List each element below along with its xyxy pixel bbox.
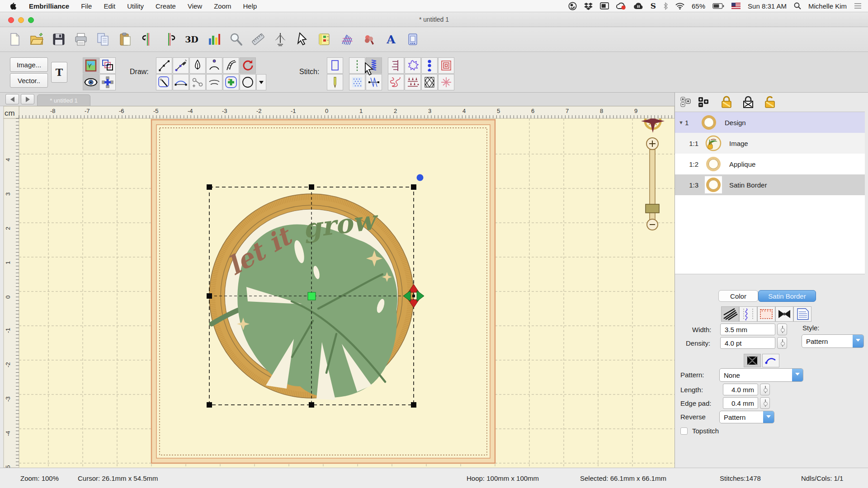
density-stepper[interactable] (777, 337, 787, 349)
show-stitches-toggle[interactable] (83, 74, 99, 90)
width-input[interactable]: 3.5 mm (720, 324, 775, 335)
draw-polyline-tool[interactable] (156, 57, 172, 74)
menu-user-name[interactable]: Michelle Kim (808, 2, 847, 10)
menu-edit[interactable]: Edit (104, 2, 115, 10)
show-vector-toggle[interactable] (99, 57, 116, 74)
length-stepper[interactable] (760, 384, 770, 395)
stitch-dot-fill-tool[interactable] (349, 74, 365, 90)
stitch-view-button[interactable] (338, 30, 356, 49)
satin-style-blanket-button[interactable] (793, 306, 811, 322)
obs-status-icon[interactable] (568, 2, 577, 10)
delete-lock-button[interactable] (740, 95, 756, 109)
input-language-flag-icon[interactable] (731, 3, 741, 9)
menu-file[interactable]: File (81, 2, 92, 10)
draw-connect-points-tool[interactable] (189, 74, 206, 90)
tree-row-image[interactable]: 1:1 Image (675, 133, 865, 154)
menu-utility[interactable]: Utility (127, 2, 144, 10)
3d-view-button[interactable]: 3D (183, 30, 201, 49)
rotate-handle[interactable] (417, 174, 424, 181)
stitch-decorative-star-tool[interactable] (405, 57, 421, 74)
draw-curve-edit-tool[interactable] (173, 74, 189, 90)
stitch-freehand-pencil-tool[interactable] (327, 74, 343, 90)
design-properties-button[interactable] (316, 30, 334, 49)
lettering-button[interactable]: A (382, 30, 400, 49)
stitch-simulator-button[interactable] (271, 30, 289, 49)
edgepad-stepper[interactable] (760, 397, 770, 409)
stitch-outline-rect-tool[interactable] (327, 57, 343, 74)
notification-center-icon[interactable] (854, 3, 862, 9)
measure-ruler-button[interactable] (249, 30, 267, 49)
draw-ellipse-tool[interactable] (240, 74, 256, 90)
new-file-button[interactable] (5, 30, 24, 49)
apple-menu-icon[interactable] (10, 2, 17, 10)
expand-tree-button[interactable] (679, 95, 695, 109)
curve-option-button[interactable] (762, 354, 779, 367)
menu-create[interactable]: Create (156, 2, 176, 10)
draw-redo-shape-tool[interactable] (240, 57, 256, 74)
flip-horizontal-button[interactable] (138, 30, 156, 49)
collapse-tree-button[interactable] (696, 95, 712, 109)
paste-button[interactable] (116, 30, 134, 49)
app-name[interactable]: Embrilliance (29, 2, 69, 10)
tree-row-applique[interactable]: 1:2 Applique (675, 154, 865, 174)
stitch-motif-rows-tool[interactable] (405, 74, 421, 90)
monogram-button[interactable] (404, 30, 422, 49)
satin-style-applique-button[interactable] (757, 306, 775, 322)
tree-row-satin-border[interactable]: 1:3 Satin Border (675, 174, 865, 195)
menu-clock[interactable]: Sun 8:31 AM (748, 2, 787, 10)
satin-style-zigzag-button[interactable] (721, 306, 739, 322)
lock-button[interactable] (718, 95, 735, 109)
stitch-stipple-tool[interactable] (388, 74, 404, 90)
menu-view[interactable]: View (188, 2, 202, 10)
shush-status-icon[interactable]: S (651, 1, 656, 10)
stitch-concentric-squares-tool[interactable] (438, 57, 454, 74)
canvas-area[interactable]: * untitled 1 (0, 93, 675, 468)
menu-help[interactable]: Help (243, 2, 257, 10)
stitch-crosshatch-fill-tool[interactable] (421, 74, 438, 90)
reverse-dropdown-arrow[interactable] (763, 411, 774, 423)
pattern-dropdown-arrow[interactable] (792, 369, 803, 381)
density-input[interactable]: 4.0 pt (720, 337, 775, 349)
design-canvas[interactable]: let it grow (0, 93, 675, 468)
dropbox-status-icon[interactable] (584, 2, 593, 10)
vector-panel-button[interactable]: Vector.. (10, 73, 48, 88)
creative-cloud-status-icon[interactable] (616, 2, 626, 10)
draw-more-dropdown[interactable] (256, 74, 266, 90)
draw-bezier-pen-tool[interactable] (189, 57, 206, 74)
tab-satin-border[interactable]: Satin Border (758, 290, 816, 302)
zoom-tool-button[interactable] (227, 30, 245, 49)
flip-vertical-button[interactable] (160, 30, 179, 49)
draw-magic-select-tool[interactable] (156, 74, 172, 90)
show-image-toggle[interactable] (83, 57, 99, 74)
draw-add-shape-tool[interactable] (223, 74, 239, 90)
draw-point-pen-tool[interactable] (173, 57, 189, 74)
wifi-status-icon[interactable] (675, 3, 684, 9)
draw-arc-tool[interactable] (206, 57, 222, 74)
topstitch-checkbox[interactable] (680, 427, 688, 435)
tab-color[interactable]: Color (718, 290, 758, 302)
stitch-run-dashed-tool[interactable] (349, 57, 365, 74)
width-stepper[interactable] (777, 324, 787, 335)
style-dropdown[interactable]: Pattern (802, 334, 864, 348)
draw-satin-column-tool[interactable] (223, 57, 239, 74)
spotlight-search-icon[interactable] (794, 2, 801, 9)
pattern-dropdown[interactable]: None (719, 368, 803, 382)
print-button[interactable] (72, 30, 90, 49)
lettering-tool-button[interactable]: T (51, 62, 67, 83)
edgepad-input[interactable]: 0.4 mm (723, 397, 758, 409)
sew-utility-button[interactable] (360, 30, 378, 49)
satin-style-bowtie-button[interactable] (775, 306, 793, 322)
stitch-fringe-tool[interactable] (388, 57, 404, 74)
cloud-pause-status-icon[interactable] (633, 2, 643, 9)
crosshatch-option-button[interactable] (744, 354, 761, 367)
unlock-button[interactable] (762, 95, 778, 109)
stitch-bead-dots-tool[interactable] (421, 57, 438, 74)
tree-expander[interactable]: ▼ (675, 120, 685, 125)
stitch-cross-pattern-tool[interactable] (438, 74, 454, 90)
menu-zoom[interactable]: Zoom (214, 2, 231, 10)
open-file-button[interactable] (28, 30, 46, 49)
draw-double-arc-tool[interactable] (206, 74, 222, 90)
reverse-dropdown[interactable]: Pattern (719, 411, 774, 423)
style-dropdown-arrow[interactable] (853, 335, 863, 347)
select-pointer-button[interactable] (293, 30, 311, 49)
